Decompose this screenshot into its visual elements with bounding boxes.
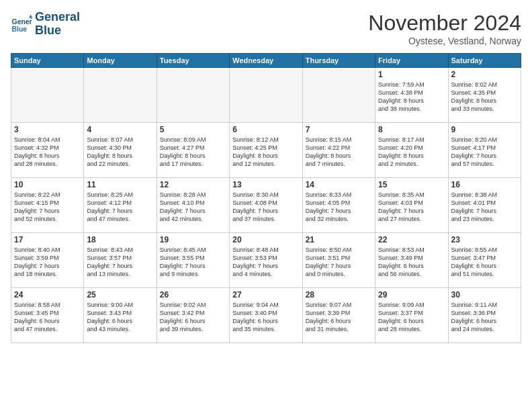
table-row	[84, 68, 157, 123]
table-row: 28Sunrise: 9:07 AM Sunset: 3:39 PM Dayli…	[302, 288, 375, 343]
table-row: 4Sunrise: 8:07 AM Sunset: 4:30 PM Daylig…	[84, 123, 157, 178]
col-monday: Monday	[84, 54, 157, 68]
day-info: Sunrise: 8:30 AM Sunset: 4:08 PM Dayligh…	[232, 191, 299, 224]
day-number: 6	[232, 125, 299, 134]
day-number: 22	[378, 235, 445, 244]
day-info: Sunrise: 8:20 AM Sunset: 4:17 PM Dayligh…	[451, 136, 518, 169]
table-row: 8Sunrise: 8:17 AM Sunset: 4:20 PM Daylig…	[375, 123, 448, 178]
day-number: 23	[451, 235, 518, 244]
logo: General Blue General Blue	[11, 11, 80, 38]
table-row: 1Sunrise: 7:59 AM Sunset: 4:38 PM Daylig…	[375, 68, 448, 123]
day-info: Sunrise: 8:12 AM Sunset: 4:25 PM Dayligh…	[232, 136, 299, 169]
day-info: Sunrise: 8:33 AM Sunset: 4:05 PM Dayligh…	[306, 191, 372, 224]
day-info: Sunrise: 8:45 AM Sunset: 3:55 PM Dayligh…	[160, 246, 226, 279]
day-number: 11	[87, 180, 153, 189]
col-wednesday: Wednesday	[230, 54, 302, 68]
day-number: 9	[451, 125, 518, 134]
day-number: 18	[87, 235, 153, 244]
svg-text:Blue: Blue	[12, 26, 28, 33]
day-info: Sunrise: 8:50 AM Sunset: 3:51 PM Dayligh…	[306, 246, 372, 279]
calendar-week-row: 1Sunrise: 7:59 AM Sunset: 4:38 PM Daylig…	[11, 68, 521, 123]
table-row: 21Sunrise: 8:50 AM Sunset: 3:51 PM Dayli…	[302, 233, 375, 288]
day-info: Sunrise: 8:09 AM Sunset: 4:27 PM Dayligh…	[160, 136, 226, 169]
table-row: 24Sunrise: 8:58 AM Sunset: 3:45 PM Dayli…	[11, 288, 84, 343]
table-row: 18Sunrise: 8:43 AM Sunset: 3:57 PM Dayli…	[84, 233, 157, 288]
calendar-header-row: Sunday Monday Tuesday Wednesday Thursday…	[11, 54, 521, 68]
table-row: 26Sunrise: 9:02 AM Sunset: 3:42 PM Dayli…	[157, 288, 229, 343]
table-row: 13Sunrise: 8:30 AM Sunset: 4:08 PM Dayli…	[230, 178, 302, 233]
table-row: 7Sunrise: 8:15 AM Sunset: 4:22 PM Daylig…	[302, 123, 375, 178]
day-info: Sunrise: 8:53 AM Sunset: 3:49 PM Dayligh…	[378, 246, 445, 279]
calendar-week-row: 24Sunrise: 8:58 AM Sunset: 3:45 PM Dayli…	[11, 288, 521, 343]
day-info: Sunrise: 8:28 AM Sunset: 4:10 PM Dayligh…	[160, 191, 226, 224]
day-number: 10	[14, 180, 81, 189]
logo-line2: Blue	[35, 24, 80, 38]
location: Oystese, Vestland, Norway	[368, 36, 521, 46]
logo-line1: General	[35, 11, 80, 24]
day-number: 3	[14, 125, 81, 134]
table-row: 27Sunrise: 9:04 AM Sunset: 3:40 PM Dayli…	[230, 288, 302, 343]
day-number: 30	[451, 290, 518, 300]
col-tuesday: Tuesday	[157, 54, 229, 68]
table-row: 29Sunrise: 9:09 AM Sunset: 3:37 PM Dayli…	[375, 288, 448, 343]
day-info: Sunrise: 9:09 AM Sunset: 3:37 PM Dayligh…	[378, 301, 445, 334]
day-info: Sunrise: 8:55 AM Sunset: 3:47 PM Dayligh…	[451, 246, 518, 279]
table-row: 11Sunrise: 8:25 AM Sunset: 4:12 PM Dayli…	[84, 178, 157, 233]
day-info: Sunrise: 8:04 AM Sunset: 4:32 PM Dayligh…	[14, 136, 81, 169]
logo-icon: General Blue	[11, 13, 32, 35]
table-row	[230, 68, 302, 123]
col-sunday: Sunday	[11, 54, 84, 68]
table-row: 9Sunrise: 8:20 AM Sunset: 4:17 PM Daylig…	[448, 123, 521, 178]
day-info: Sunrise: 8:35 AM Sunset: 4:03 PM Dayligh…	[378, 191, 445, 224]
table-row: 22Sunrise: 8:53 AM Sunset: 3:49 PM Dayli…	[375, 233, 448, 288]
day-info: Sunrise: 9:04 AM Sunset: 3:40 PM Dayligh…	[232, 301, 299, 334]
table-row: 12Sunrise: 8:28 AM Sunset: 4:10 PM Dayli…	[157, 178, 229, 233]
day-number: 8	[378, 125, 445, 134]
table-row: 23Sunrise: 8:55 AM Sunset: 3:47 PM Dayli…	[448, 233, 521, 288]
day-number: 20	[232, 235, 299, 244]
table-row: 6Sunrise: 8:12 AM Sunset: 4:25 PM Daylig…	[230, 123, 302, 178]
table-row: 20Sunrise: 8:48 AM Sunset: 3:53 PM Dayli…	[230, 233, 302, 288]
day-info: Sunrise: 9:11 AM Sunset: 3:36 PM Dayligh…	[451, 301, 518, 334]
svg-text:General: General	[12, 18, 32, 26]
table-row: 10Sunrise: 8:22 AM Sunset: 4:15 PM Dayli…	[11, 178, 84, 233]
table-row: 16Sunrise: 8:38 AM Sunset: 4:01 PM Dayli…	[448, 178, 521, 233]
day-number: 25	[87, 290, 153, 300]
table-row: 19Sunrise: 8:45 AM Sunset: 3:55 PM Dayli…	[157, 233, 229, 288]
day-info: Sunrise: 8:40 AM Sunset: 3:59 PM Dayligh…	[14, 246, 81, 279]
day-info: Sunrise: 8:43 AM Sunset: 3:57 PM Dayligh…	[87, 246, 153, 279]
day-number: 21	[306, 235, 372, 244]
col-friday: Friday	[375, 54, 448, 68]
day-info: Sunrise: 8:48 AM Sunset: 3:53 PM Dayligh…	[232, 246, 299, 279]
table-row: 17Sunrise: 8:40 AM Sunset: 3:59 PM Dayli…	[11, 233, 84, 288]
table-row: 5Sunrise: 8:09 AM Sunset: 4:27 PM Daylig…	[157, 123, 229, 178]
day-info: Sunrise: 8:22 AM Sunset: 4:15 PM Dayligh…	[14, 191, 81, 224]
col-thursday: Thursday	[302, 54, 375, 68]
day-info: Sunrise: 8:17 AM Sunset: 4:20 PM Dayligh…	[378, 136, 445, 169]
day-info: Sunrise: 7:59 AM Sunset: 4:38 PM Dayligh…	[378, 81, 445, 113]
day-info: Sunrise: 8:15 AM Sunset: 4:22 PM Dayligh…	[306, 136, 372, 169]
day-number: 17	[14, 235, 81, 244]
day-info: Sunrise: 8:38 AM Sunset: 4:01 PM Dayligh…	[451, 191, 518, 224]
day-number: 5	[160, 125, 226, 134]
day-info: Sunrise: 8:07 AM Sunset: 4:30 PM Dayligh…	[87, 136, 153, 169]
day-number: 1	[378, 70, 445, 79]
day-number: 26	[160, 290, 226, 300]
table-row: 30Sunrise: 9:11 AM Sunset: 3:36 PM Dayli…	[448, 288, 521, 343]
table-row: 2Sunrise: 8:02 AM Sunset: 4:35 PM Daylig…	[448, 68, 521, 123]
table-row: 3Sunrise: 8:04 AM Sunset: 4:32 PM Daylig…	[11, 123, 84, 178]
day-info: Sunrise: 8:02 AM Sunset: 4:35 PM Dayligh…	[451, 81, 518, 113]
day-number: 14	[306, 180, 372, 189]
day-info: Sunrise: 8:25 AM Sunset: 4:12 PM Dayligh…	[87, 191, 153, 224]
col-saturday: Saturday	[448, 54, 521, 68]
day-number: 24	[14, 290, 81, 300]
month-title: November 2024	[368, 11, 521, 36]
day-number: 19	[160, 235, 226, 244]
day-number: 7	[306, 125, 372, 134]
title-block: November 2024 Oystese, Vestland, Norway	[368, 11, 521, 46]
calendar-week-row: 10Sunrise: 8:22 AM Sunset: 4:15 PM Dayli…	[11, 178, 521, 233]
day-info: Sunrise: 9:07 AM Sunset: 3:39 PM Dayligh…	[306, 301, 372, 334]
table-row	[302, 68, 375, 123]
table-row	[11, 68, 84, 123]
table-row	[157, 68, 229, 123]
